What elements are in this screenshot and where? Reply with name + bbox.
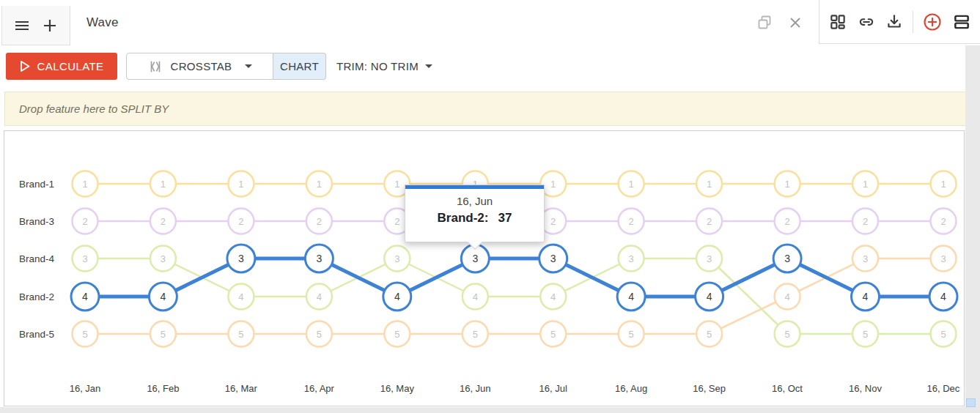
chart-point-rank: 2 [707,216,712,227]
row-label: Brand-4 [19,253,55,264]
row-label: Brand-5 [19,329,54,340]
crosstab-label: CROSSTAB [171,60,232,72]
trim-dropdown[interactable]: TRIM: NO TRIM [336,53,432,80]
chart-tooltip: 16, Jun Brand-2:37 [405,185,545,242]
toolbar-divider [913,11,913,33]
x-axis-label: 16, May [380,383,415,394]
split-by-dropzone[interactable]: Drop feature here to SPLIT BY [4,92,976,126]
tooltip-date: 16, Jun [405,195,544,207]
chart-point-rank: 5 [863,329,868,340]
duplicate-icon[interactable] [756,14,773,31]
chart-point-rank: 4 [940,291,946,302]
chart-label: CHART [280,60,319,72]
chevron-down-icon [245,64,252,68]
chart-point-rank: 4 [784,291,789,302]
series-line-Brand-2[interactable] [85,258,943,297]
chart-point-rank: 5 [940,329,946,340]
chart-point-rank: 3 [161,253,166,264]
dashboard-icon[interactable] [828,12,847,31]
x-axis-label: 16, Apr [304,383,335,394]
tab-controls-box [1,6,70,45]
chart-point-rank: 4 [863,291,869,302]
page-gutter-bottom [0,407,980,413]
chart-point-rank: 4 [317,291,322,302]
chart-point-rank: 5 [238,329,243,340]
chart-point-rank: 4 [161,291,166,302]
tooltip-value: 37 [498,211,512,225]
chart-point-rank: 1 [784,179,789,190]
chart-point-rank: 2 [628,216,633,227]
chart-point-rank: 5 [707,329,712,340]
chart-point-rank: 5 [82,329,87,340]
tooltip-value-row: Brand-2:37 [405,211,544,226]
chart-point-rank: 3 [238,253,244,264]
chart-point-rank: 1 [161,179,166,190]
chart-point-rank: 1 [628,179,633,190]
link-icon[interactable] [857,12,876,31]
chart-point-rank: 3 [784,253,790,264]
x-axis-label: 16, Jul [539,383,567,394]
rows-icon[interactable] [952,12,971,31]
bump-chart[interactable]: Brand-1Brand-3Brand-4Brand-2Brand-516, J… [4,131,964,406]
chart-point-rank: 3 [863,253,868,264]
crosstab-button[interactable]: CROSSTAB [126,53,273,80]
tooltip-accent-bar [405,185,544,189]
chart-point-rank: 3 [472,253,478,264]
close-icon[interactable] [786,14,804,31]
x-axis-label: 16, Jan [70,383,101,394]
chart-point-rank: 5 [394,329,399,340]
analysis-toolbar: CALCULATE CROSSTAB CHART TRIM: NO TRIM [0,45,980,92]
top-bar: Wave [0,0,980,45]
chart-point-rank: 2 [863,216,868,227]
x-axis-label: 16, Mar [225,383,258,394]
split-by-hint: Drop feature here to SPLIT BY [19,103,169,115]
row-label: Brand-1 [19,179,54,190]
chart-point-rank: 1 [707,179,712,190]
chart-point-rank: 2 [394,216,399,227]
chart-point-rank: 4 [473,291,478,302]
row-label: Brand-2 [19,291,54,302]
x-axis-label: 16, Nov [849,383,882,394]
add-circle-icon[interactable] [922,12,943,32]
view-mode-switch: CROSSTAB CHART [126,53,326,80]
chart-panel: Brand-1Brand-3Brand-4Brand-2Brand-516, J… [4,130,965,406]
add-tab-icon[interactable] [41,17,59,34]
play-icon [20,60,31,72]
chart-point-rank: 5 [161,329,166,340]
menu-icon[interactable] [13,17,31,34]
page-gutter-right [965,45,980,413]
page-title: Wave [86,0,119,45]
chart-point-rank: 2 [784,216,789,227]
chart-point-rank: 1 [550,179,556,190]
scrollbar-corner[interactable] [966,398,976,407]
chart-point-rank: 4 [628,291,634,302]
x-axis-label: 16, Oct [772,383,803,394]
chart-point-rank: 1 [238,179,243,190]
chart-point-rank: 2 [940,216,946,227]
chart-point-rank: 5 [628,329,633,340]
download-icon[interactable] [885,12,904,31]
chart-point-rank: 5 [317,329,322,340]
chart-button[interactable]: CHART [273,53,326,80]
chart-point-rank: 3 [82,253,87,264]
chart-point-rank: 2 [550,216,556,227]
chart-point-rank: 3 [707,253,712,264]
x-axis-label: 16, Feb [147,383,179,394]
chart-point-rank: 4 [394,291,400,302]
chart-point-rank: 4 [707,291,712,302]
chart-point-rank: 1 [82,179,87,190]
chart-point-rank: 2 [161,216,166,227]
chart-point-rank: 4 [550,291,556,302]
chart-point-rank: 2 [238,216,243,227]
x-axis-label: 16, Jun [460,383,491,394]
chart-point-rank: 1 [863,179,868,190]
chart-point-rank: 5 [550,329,556,340]
chart-point-rank: 3 [628,253,633,264]
x-axis-label: 16, Sep [693,383,726,394]
chart-point-rank: 1 [940,179,946,190]
trim-label: TRIM: NO TRIM [336,60,419,72]
calculate-button[interactable]: CALCULATE [6,53,117,80]
x-axis-label: 16, Dec [927,383,960,394]
chart-point-rank: 5 [784,329,789,340]
calculate-label: CALCULATE [37,60,104,72]
